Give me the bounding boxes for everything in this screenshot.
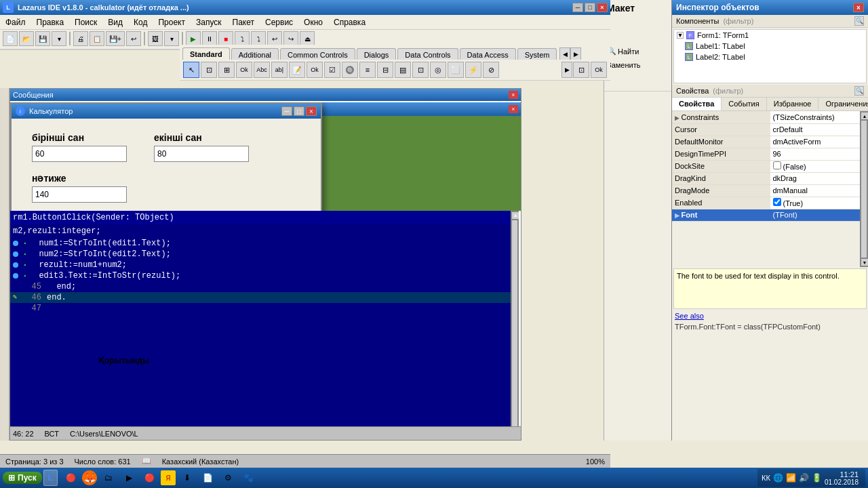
prop-row-cursor[interactable]: Cursor crDefault (672, 123, 868, 136)
oi-tab-constraints[interactable]: Ограничения (818, 98, 868, 110)
taskbar-icon-9[interactable]: ⚙ (219, 469, 237, 487)
menu-file[interactable]: Файл (0, 15, 31, 29)
tab-nav-right[interactable]: ▶ (570, 47, 581, 61)
toolbar-open[interactable]: 📂 (19, 31, 34, 46)
scroll-up-btn[interactable]: ▲ (511, 211, 519, 220)
palette-toggle[interactable]: Ok (307, 62, 323, 78)
start-button[interactable]: ⊞ Пуск (3, 472, 42, 484)
menu-code[interactable]: Код (128, 15, 153, 29)
taskbar-icon-5[interactable]: 🔴 (140, 469, 158, 487)
palette-right[interactable]: ▶ (561, 62, 572, 78)
oi-tree-item-form1[interactable]: ▼ F Form1: TForm1 (674, 30, 866, 41)
oi-tree-item-label1[interactable]: L Label1: TLabel (674, 41, 866, 52)
prop-row-designtimeppi[interactable]: DesignTimePPI 96 (672, 148, 868, 160)
toolbar-print2[interactable]: 📋 (90, 31, 104, 46)
toolbar-step4[interactable]: ↪ (283, 31, 298, 46)
palette-frame[interactable]: ⊡ (201, 62, 217, 78)
toolbar-step5[interactable]: ⏏ (300, 31, 315, 46)
palette-edit[interactable]: ab| (271, 62, 288, 78)
palette-group[interactable]: ⊡ (412, 62, 429, 78)
tab-standard[interactable]: Standard (182, 47, 230, 61)
toolbar-run[interactable]: ▶ (186, 31, 201, 46)
toolbar-stop[interactable]: ■ (218, 31, 233, 46)
menu-service[interactable]: Сервис (260, 15, 298, 29)
palette-misc[interactable]: ⊘ (483, 62, 499, 78)
palette-r2-1[interactable]: ⊡ (573, 62, 589, 78)
wp-find-btn[interactable]: 🔍 Найти (604, 44, 671, 58)
palette-cursor[interactable]: ↖ (183, 62, 199, 78)
close-button[interactable]: × (597, 3, 608, 12)
prop-row-dragmode[interactable]: DragMode dmManual (672, 184, 868, 197)
prop-row-dragkind[interactable]: DragKind dkDrag (672, 172, 868, 184)
palette-action[interactable]: ⚡ (465, 62, 481, 78)
toolbar-undo[interactable]: ↩ (126, 31, 141, 46)
toolbar-save[interactable]: 💾 (35, 31, 50, 46)
oi-close-btn[interactable]: × (853, 3, 864, 12)
code-scrollbar-v[interactable]: ▲ ▼ (511, 211, 519, 440)
toolbar-save-dropdown[interactable]: ▾ (52, 31, 66, 46)
taskbar-icon-8[interactable]: 📄 (199, 469, 216, 487)
calc-minimize[interactable]: ─ (281, 106, 292, 116)
oi-scroll-thumb-top[interactable] (861, 120, 867, 258)
calc-close[interactable]: × (306, 106, 317, 116)
wp-replace-btn[interactable]: Заменить (604, 58, 671, 72)
toolbar-form-view[interactable]: 🖼 (148, 31, 163, 46)
oi-tree-item-label2[interactable]: L Label2: TLabel (674, 52, 866, 62)
palette-ok[interactable]: Ok (236, 62, 252, 78)
palette-list[interactable]: ≡ (359, 62, 376, 78)
palette-label[interactable]: Abc (254, 62, 270, 78)
toolbar-print[interactable]: 🖨 (73, 31, 88, 46)
taskbar-icon-3[interactable]: 🗂 (100, 469, 117, 487)
docksite-checkbox[interactable] (773, 161, 781, 169)
oi-scroll-down[interactable]: ▼ (861, 258, 868, 266)
palette-scroll[interactable]: ▤ (395, 62, 411, 78)
calc-input1[interactable] (32, 146, 127, 162)
menu-edit[interactable]: Правка (31, 15, 70, 29)
palette-rb[interactable]: 🔘 (342, 62, 358, 78)
palette-radio[interactable]: ◎ (430, 62, 446, 78)
calc-input2[interactable] (154, 146, 249, 162)
palette-memo[interactable]: 📝 (289, 62, 305, 78)
taskbar-icon-7[interactable]: ⬇ (178, 469, 196, 487)
oi-scrollbar-v[interactable]: ▲ ▼ (860, 111, 868, 267)
oi-scroll-up[interactable]: ▲ (861, 112, 868, 120)
oi-filter-icon[interactable]: 🔍 (854, 16, 864, 26)
menu-view[interactable]: Вид (102, 15, 128, 29)
menu-help[interactable]: Справка (328, 15, 371, 29)
calc-result-input[interactable] (32, 186, 127, 203)
calc-maximize[interactable]: □ (294, 106, 304, 116)
taskbar-icon-10[interactable]: 🐾 (239, 469, 257, 487)
taskbar-icon-2[interactable]: 🦊 (82, 470, 97, 485)
taskbar-lazarus[interactable]: L (43, 470, 58, 486)
taskbar-icon-1[interactable]: 🔴 (62, 469, 79, 487)
oi-tab-properties[interactable]: Свойства (672, 98, 722, 110)
inner-close[interactable]: × (509, 105, 518, 113)
toolbar-step1[interactable]: ⤵ (235, 31, 250, 46)
menu-project[interactable]: Проект (153, 15, 191, 29)
maximize-button[interactable]: □ (585, 3, 595, 12)
menu-search[interactable]: Поиск (69, 15, 102, 29)
tab-nav-left[interactable]: ◀ (559, 47, 570, 61)
prop-row-enabled[interactable]: Enabled (True) (672, 197, 868, 209)
toolbar-step3[interactable]: ↩ (267, 31, 282, 46)
taskbar-icon-6[interactable]: Я (161, 470, 176, 485)
taskbar-icon-4[interactable]: ▶ (120, 469, 138, 487)
toolbar-new[interactable]: 📄 (3, 31, 18, 46)
prop-row-constraints[interactable]: ▶ Constraints (TSizeConstraints) (672, 111, 868, 123)
menu-package[interactable]: Пакет (227, 15, 260, 29)
toolbar-dropdown2[interactable]: ▾ (164, 31, 179, 46)
tree-expand-form1[interactable]: ▼ (677, 32, 684, 39)
palette-frame2[interactable]: ⊞ (218, 62, 235, 78)
messages-close[interactable]: × (509, 91, 518, 99)
palette-cb[interactable]: ☑ (324, 62, 340, 78)
prop-row-font[interactable]: ▶ Font (TFont) (672, 209, 868, 221)
menu-run[interactable]: Запуск (191, 15, 227, 29)
oi-see-also[interactable]: See also (672, 310, 868, 321)
palette-panel[interactable]: ⬜ (448, 62, 464, 78)
toolbar-save-all[interactable]: 💾+ (106, 31, 125, 46)
scroll-thumb[interactable] (511, 220, 518, 431)
prop-row-docksite[interactable]: DockSite (False) (672, 160, 868, 172)
prop-row-defaultmonitor[interactable]: DefaultMonitor dmActiveForm (672, 136, 868, 148)
menu-window[interactable]: Окно (298, 15, 328, 29)
toolbar-pause[interactable]: ⏸ (202, 31, 217, 46)
